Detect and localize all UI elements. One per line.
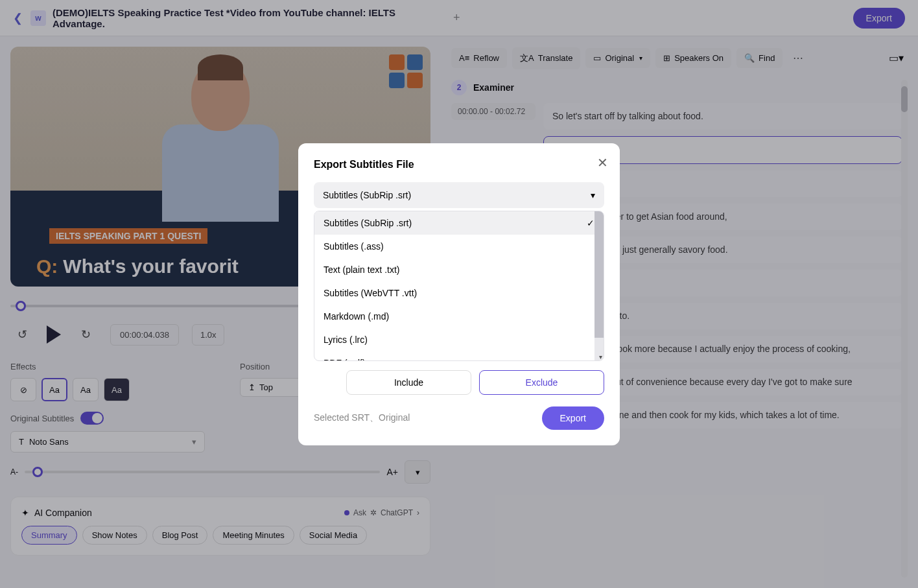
modal-export-button[interactable]: Export [542,406,604,430]
format-option[interactable]: PDF (.pdf) [314,351,604,360]
format-option[interactable]: Markdown (.md) [314,305,604,328]
modal-status: Selected SRT、Original [314,412,410,424]
dropdown-scrollbar[interactable]: ▾ [594,211,604,360]
chevron-down-icon: ▾ [591,190,595,200]
format-option[interactable]: Subtitles (SubRip .srt)✓ [314,211,604,235]
export-modal: Export Subtitles File ✕ Subtitles (SubRi… [298,143,620,445]
format-select[interactable]: Subtitles (SubRip .srt) ▾ [314,182,604,208]
include-button[interactable]: Include [346,370,471,395]
modal-overlay: Export Subtitles File ✕ Subtitles (SubRi… [0,0,918,588]
format-dropdown: Subtitles (SubRip .srt)✓Subtitles (.ass)… [314,211,604,361]
format-option[interactable]: Subtitles (.ass) [314,235,604,258]
format-option[interactable]: Lyrics (.lrc) [314,328,604,351]
format-option[interactable]: Text (plain text .txt) [314,258,604,281]
close-icon[interactable]: ✕ [597,155,608,171]
check-icon: ✓ [587,218,594,228]
modal-title: Export Subtitles File [314,159,604,171]
format-option[interactable]: Subtitles (WebVTT .vtt) [314,281,604,305]
exclude-button[interactable]: Exclude [479,370,604,395]
